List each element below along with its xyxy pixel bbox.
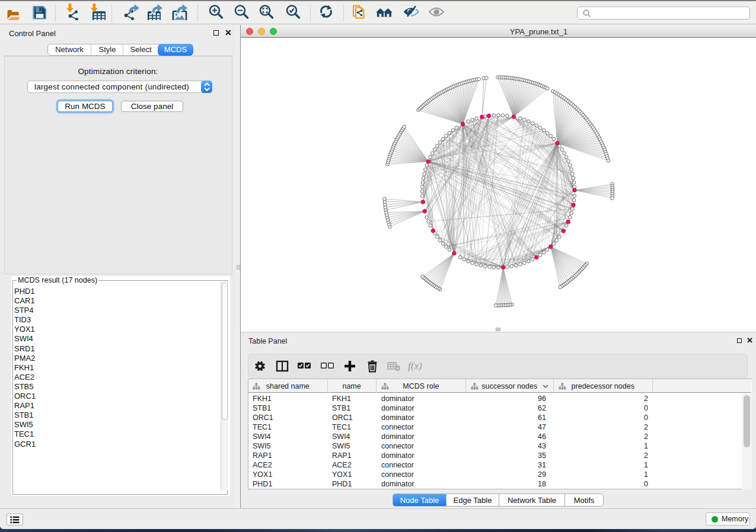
svg-text:f(x): f(x): [408, 360, 422, 371]
